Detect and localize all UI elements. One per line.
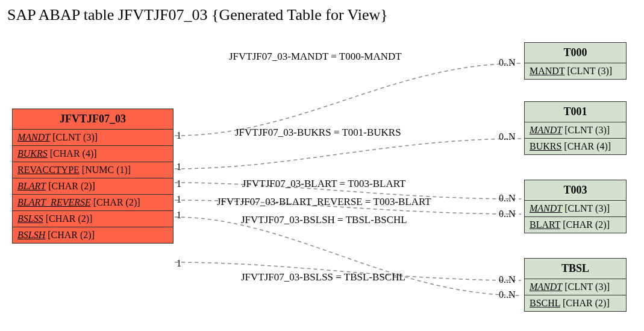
cardinality-left: 1	[177, 162, 181, 172]
field-row: BLART [CHAR (2)]	[525, 217, 626, 233]
cardinality-right: 0..N	[499, 57, 516, 68]
cardinality-right: 0..N	[499, 274, 516, 285]
relation-label: JFVTJF07_03-MANDT = T000-MANDT	[229, 51, 402, 63]
cardinality-left: 1	[177, 258, 181, 269]
cardinality-left: 1	[177, 130, 181, 141]
entity-t000: T000 MANDT [CLNT (3)]	[524, 42, 627, 80]
field-row: BSLSS [CHAR (2)]	[13, 211, 173, 227]
field-row: BSCHL [CHAR (2)]	[525, 295, 626, 311]
field-row: BUKRS [CHAR (4)]	[13, 146, 173, 162]
relation-label: JFVTJF07_03-BSLSH = TBSL-BSCHL	[241, 214, 407, 226]
entity-title: TBSL	[525, 259, 626, 279]
page-title: SAP ABAP table JFVTJF07_03 {Generated Ta…	[7, 6, 388, 24]
field-row: BLART_REVERSE [CHAR (2)]	[13, 195, 173, 211]
entity-title: T001	[525, 102, 626, 122]
cardinality-right: 0..N	[499, 131, 516, 142]
entity-t001: T001 MANDT [CLNT (3)] BUKRS [CHAR (4)]	[524, 101, 627, 155]
entity-main: JFVTJF07_03 MANDT [CLNT (3)] BUKRS [CHAR…	[12, 109, 174, 244]
field-row: BUKRS [CHAR (4)]	[525, 139, 626, 154]
cardinality-right: 0..N	[499, 193, 516, 204]
relation-label: JFVTJF07_03-BUKRS = T001-BUKRS	[235, 127, 401, 139]
entity-t003: T003 MANDT [CLNT (3)] BLART [CHAR (2)]	[524, 180, 627, 233]
cardinality-left: 1	[177, 210, 181, 221]
cardinality-right: 0..N	[499, 289, 516, 300]
field-row: MANDT [CLNT (3)]	[525, 63, 626, 79]
relation-label: JFVTJF07_03-BLART_REVERSE = T003-BLART	[217, 196, 431, 208]
field-row: BLART [CHAR (2)]	[13, 178, 173, 195]
cardinality-left: 1	[177, 194, 181, 205]
relation-label: JFVTJF07_03-BSLSS = TBSL-BSCHL	[241, 271, 405, 283]
entity-main-title: JFVTJF07_03	[13, 109, 173, 130]
field-row: MANDT [CLNT (3)]	[525, 279, 626, 295]
field-row: BSLSH [CHAR (2)]	[13, 227, 173, 243]
entity-title: T000	[525, 43, 626, 63]
field-row: MANDT [CLNT (3)]	[525, 122, 626, 139]
field-row: REVACCTYPE [NUMC (1)]	[13, 162, 173, 178]
cardinality-left: 1	[177, 178, 181, 189]
entity-tbsl: TBSL MANDT [CLNT (3)] BSCHL [CHAR (2)]	[524, 258, 627, 312]
field-row: MANDT [CLNT (3)]	[525, 201, 626, 217]
field-row: MANDT [CLNT (3)]	[13, 130, 173, 146]
relation-label: JFVTJF07_03-BLART = T003-BLART	[242, 178, 405, 190]
entity-title: T003	[525, 180, 626, 201]
cardinality-right: 0..N	[499, 209, 516, 219]
